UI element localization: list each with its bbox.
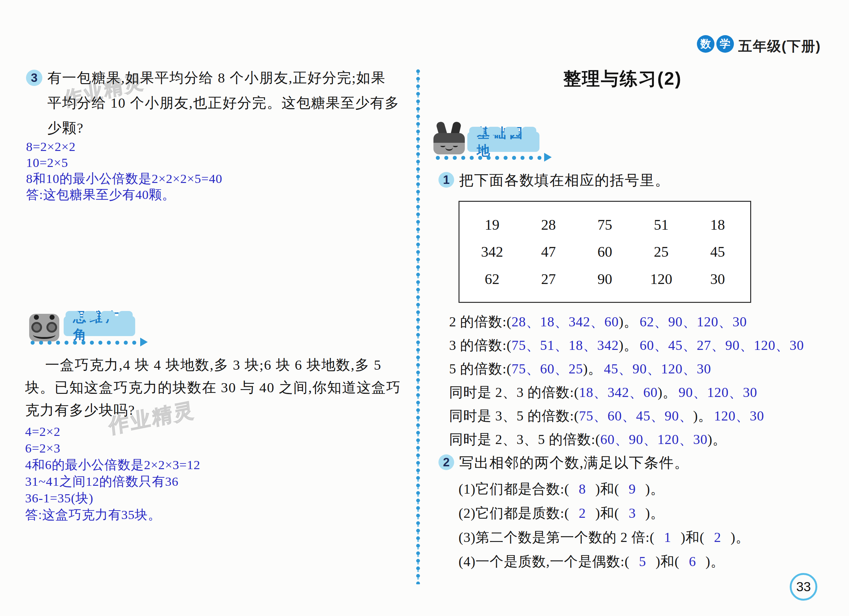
fill-line: 3 的倍数:(75、51、18、342)。60、45、27、90、120、30 — [449, 334, 832, 357]
problem-3-line1: 有一包糖果,如果平均分给 8 个小朋友,正好分完;如果 — [48, 65, 408, 90]
problem-3-answer: 8=2×2×2 10=2×5 8和10的最小公倍数是2×2×2×5=40 答:这… — [26, 139, 409, 203]
item-answer-a: 1 — [664, 529, 671, 545]
table-cell: 47 — [541, 243, 556, 260]
fill-answer: 75、51、18、342 — [511, 336, 619, 355]
number-table: 19 28 75 51 18 342 47 60 25 45 62 27 90 … — [459, 201, 751, 303]
fill-prefix: 同时是 2、3、5 的倍数:( — [449, 430, 600, 449]
frog-smile — [33, 330, 55, 339]
fill-prefix: 5 的倍数:( — [449, 359, 511, 378]
frog-eye-dot — [49, 315, 55, 320]
dotted-rule — [30, 340, 140, 346]
brick-bump — [469, 127, 484, 135]
problem-2-head: 2 写出相邻的两个数,满足以下条件。 — [438, 454, 690, 471]
answer-line: 4和6的最小公倍数是2×2×3=12 — [25, 456, 414, 473]
fill-answer-overflow: 45、90、120、30 — [604, 359, 711, 378]
brick-bump — [66, 311, 80, 319]
brick-bump — [118, 311, 133, 319]
table-cell: 45 — [710, 243, 725, 260]
problem-3: 3 有一包糖果,如果平均分给 8 个小朋友,正好分完;如果 平均分给 10 个小… — [26, 70, 409, 203]
table-cell: 342 — [481, 243, 503, 260]
answer-line: 36-1=35(块) — [25, 490, 414, 507]
multiple-fill-lines: 2 的倍数:(28、18、342、60)。62、90、120、30 3 的倍数:… — [449, 310, 832, 451]
frog-eye-dot — [34, 315, 39, 320]
table-cell: 60 — [597, 243, 612, 260]
fill-prefix: 3 的倍数:( — [449, 336, 511, 355]
table-cell: 18 — [710, 216, 725, 233]
item-mid: )和( — [655, 552, 679, 571]
subject-badge-char: 学 — [720, 37, 730, 51]
answer-line: 10=2×5 — [26, 155, 409, 171]
fill-answer-overflow: 60、45、27、90、120、30 — [640, 336, 804, 355]
section-label-thinking: 思维广角 — [64, 316, 135, 336]
problem-2-text: 写出相邻的两个数,满足以下条件。 — [459, 454, 690, 471]
item-answer-a: 2 — [579, 505, 586, 521]
problem-3-line2: 平均分给 10 个小朋友,也正好分完。这包糖果至少有多 — [48, 90, 408, 115]
item-suffix: )。 — [731, 528, 750, 547]
table-cell: 120 — [650, 270, 672, 288]
page-title: 整理与练习(2) — [521, 67, 724, 91]
fill-close: )。 — [708, 430, 727, 449]
item-mid: )和( — [681, 528, 705, 547]
item-prefix: (4)一个是质数,一个是偶数:( — [459, 552, 630, 571]
fill-close: )。 — [658, 383, 677, 402]
item-answer-b: 6 — [689, 553, 696, 570]
rabbit-eye — [453, 144, 458, 147]
section-label-basic-garden: 基础园地 — [467, 132, 539, 152]
thinking-answer: 4=2×2 6=2×3 4和6的最小公倍数是2×2×3=12 31~41之间12… — [25, 423, 414, 523]
subject-badge-math-2: 学 — [716, 35, 734, 53]
brick-bump — [522, 127, 536, 135]
item-suffix: )。 — [645, 504, 664, 522]
brick-bump — [101, 311, 115, 319]
table-cell: 62 — [484, 270, 499, 288]
thinking-problem-text: 一盒巧克力,4 块 4 块地数,多 3 块;6 块 6 块地数,多 5 块。已知… — [25, 353, 414, 421]
problem-3-badge: 3 — [26, 70, 42, 86]
answer-line: 6=2×3 — [25, 440, 414, 456]
problem-2-item: (1)它们都是合数:(8)和(9)。 — [459, 477, 749, 501]
item-prefix: (2)它们都是质数:( — [459, 504, 569, 522]
subject-badge-char: 数 — [700, 37, 711, 51]
thinking-corner-section: 思维广角 一盒巧克力,4 块 4 块地数,多 3 块;6 块 6 块地数,多 5… — [24, 312, 414, 523]
fill-answer: 60、90、120、30 — [600, 430, 708, 449]
thinking-line2: 块。已知这盒巧克力的块数在 30 与 40 之间,你知道这盒巧 — [25, 376, 414, 399]
edition-label: 五年级(下册) — [738, 37, 821, 55]
problem-2-badge: 2 — [438, 454, 454, 470]
problem-1-badge: 1 — [438, 172, 454, 188]
problem-2-item: (2)它们都是质数:(2)和(3)。 — [459, 501, 749, 525]
answer-line: 8=2×2×2 — [26, 139, 409, 155]
fill-answer-overflow: 120、30 — [714, 407, 764, 425]
answer-line: 答:这盒巧克力有35块。 — [25, 507, 414, 523]
frog-icon — [29, 314, 59, 342]
table-cell: 75 — [597, 216, 612, 233]
problem-2-items: (1)它们都是合数:(8)和(9)。 (2)它们都是质数:(2)和(3)。 (3… — [459, 477, 749, 574]
thinking-line1: 一盒巧克力,4 块 4 块地数,多 3 块;6 块 6 块地数,多 5 — [25, 353, 414, 376]
item-suffix: )。 — [706, 552, 725, 571]
thinking-line3: 克力有多少块吗? — [25, 399, 414, 421]
fill-close: )。 — [619, 313, 638, 331]
item-prefix: (3)第二个数是第一个数的 2 倍:( — [459, 528, 655, 547]
answer-line: 8和10的最小公倍数是2×2×2×5=40 — [26, 171, 409, 187]
fill-close: )。 — [583, 359, 602, 378]
problem-3-text: 有一包糖果,如果平均分给 8 个小朋友,正好分完;如果 平均分给 10 个小朋友… — [48, 65, 408, 140]
fill-answer-overflow: 90、120、30 — [679, 383, 757, 402]
fill-prefix: 同时是 3、5 的倍数:( — [449, 407, 579, 425]
table-cell: 25 — [654, 243, 669, 260]
answer-line: 4=2×2 — [25, 423, 414, 440]
fill-answer: 28、18、342、60 — [511, 313, 619, 331]
answer-line: 31~41之间12的倍数只有36 — [25, 473, 414, 490]
item-mid: )和( — [595, 504, 619, 522]
page-number-circle: 33 — [790, 573, 817, 601]
dotted-rule — [435, 155, 544, 161]
page-number: 33 — [796, 579, 811, 594]
table-cell: 51 — [654, 216, 669, 233]
section-label-text: 思维广角 — [73, 309, 126, 344]
workbook-spread: { "header": { "badge1": "数", "badge2": "… — [0, 0, 849, 616]
problem-3-line3: 少颗? — [48, 115, 408, 140]
item-answer-a: 8 — [579, 481, 586, 497]
dotted-arrow-icon — [544, 153, 552, 162]
problem-2-item: (4)一个是质数,一个是偶数:(5)和(6)。 — [459, 549, 749, 574]
rabbit-head — [433, 133, 465, 154]
fill-answer: 75、60、45、90、 — [579, 407, 693, 425]
fill-answer-overflow: 62、90、120、30 — [640, 313, 747, 331]
fill-prefix: 2 的倍数:( — [449, 313, 511, 331]
item-answer-a: 5 — [639, 553, 646, 570]
